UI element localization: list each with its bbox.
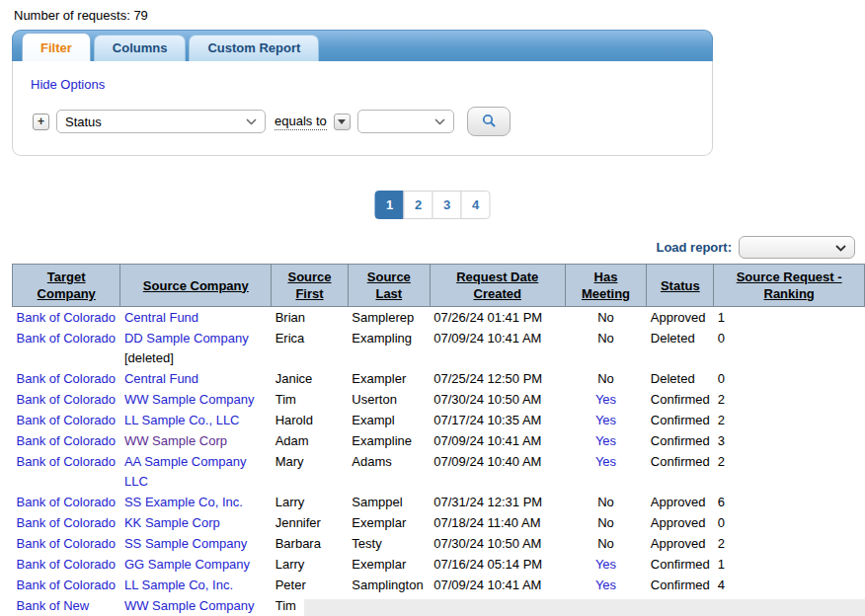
cell-source-company: Central Fund xyxy=(120,368,272,389)
cell-status: Confirmed xyxy=(647,410,714,430)
add-filter-button[interactable]: + xyxy=(33,114,49,130)
cell-source-first: Tim xyxy=(272,389,349,410)
column-header-4[interactable]: Request Date Created xyxy=(430,265,565,307)
target-company-link[interactable]: Bank of Colorado xyxy=(17,578,116,592)
cell-has-meeting: Yes xyxy=(565,554,647,575)
source-company-link[interactable]: DD Sample Company xyxy=(124,331,249,346)
search-button[interactable] xyxy=(467,107,511,136)
table-row: Bank of ColoradoKK Sample CorpJenniferEx… xyxy=(13,512,865,533)
cell-source-last: Adams xyxy=(348,451,430,492)
cell-request-date: 07/31/24 12:31 PM xyxy=(430,492,565,512)
cell-has-meeting: Yes xyxy=(565,410,647,430)
requests-table: Target CompanySource CompanySource First… xyxy=(12,264,865,616)
cell-source-last: Userton xyxy=(348,389,430,410)
cell-ranking: 0 xyxy=(714,512,865,533)
cell-source-company: AA Sample Company LLC xyxy=(120,451,272,492)
cell-source-first: Janice xyxy=(272,368,349,389)
target-company-link[interactable]: Bank of Colorado xyxy=(17,515,116,530)
source-company-link[interactable]: Central Fund xyxy=(124,371,198,386)
pagination-page-1[interactable]: 1 xyxy=(375,191,405,219)
cell-status: Approved xyxy=(647,512,714,533)
has-meeting-link[interactable]: Yes xyxy=(595,413,616,427)
source-company-link[interactable]: WW Sample Company xyxy=(124,598,254,613)
target-company-link[interactable]: Bank of New Mexico xyxy=(17,598,90,616)
target-company-link[interactable]: Bank of Colorado xyxy=(17,331,116,346)
cell-request-date: 07/09/24 10:41 AM xyxy=(430,328,565,368)
source-company-link[interactable]: LL Sample Co., LLC xyxy=(124,413,240,427)
target-company-link[interactable]: Bank of Colorado xyxy=(17,433,116,448)
cell-source-first: Barbara xyxy=(272,533,349,554)
has-meeting-link[interactable]: Yes xyxy=(595,454,616,469)
column-header-label: Source First xyxy=(287,270,331,301)
target-company-link[interactable]: Bank of Colorado xyxy=(17,392,116,407)
target-company-link[interactable]: Bank of Colorado xyxy=(17,454,116,469)
requests-count-label: Number of requests: 79 xyxy=(14,8,148,23)
cell-status: Approved xyxy=(647,307,714,329)
hide-options-link[interactable]: Hide Options xyxy=(31,77,105,92)
source-company-link[interactable]: Central Fund xyxy=(124,310,198,325)
filter-panel-body: Hide Options + Status equals to xyxy=(12,61,713,156)
pagination-page-3[interactable]: 3 xyxy=(432,191,462,219)
column-header-7[interactable]: Source Request - Ranking xyxy=(714,265,865,307)
column-header-2[interactable]: Source First xyxy=(272,265,349,307)
cell-source-company: LL Sample Co, Inc. xyxy=(120,575,272,595)
column-header-5[interactable]: Has Meeting xyxy=(565,265,647,307)
cell-target-company: Bank of New Mexico xyxy=(13,595,120,616)
target-company-link[interactable]: Bank of Colorado xyxy=(17,557,116,572)
cell-target-company: Bank of Colorado xyxy=(13,492,120,512)
cell-status: Approved xyxy=(647,533,714,554)
has-meeting-link[interactable]: Yes xyxy=(595,578,616,592)
target-company-link[interactable]: Bank of Colorado xyxy=(17,371,116,386)
operator-dropdown-button[interactable] xyxy=(334,114,351,130)
cell-ranking: 3 xyxy=(714,430,865,451)
target-company-link[interactable]: Bank of Colorado xyxy=(17,310,116,325)
source-company-link[interactable]: WW Sample Company xyxy=(124,392,254,407)
cell-request-date: 07/18/24 11:40 AM xyxy=(430,512,565,533)
has-meeting-link[interactable]: Yes xyxy=(595,433,616,448)
table-row: Bank of ColoradoGG Sample CompanyLarryEx… xyxy=(13,554,865,575)
cell-source-last: Exampl xyxy=(348,410,430,430)
cell-source-first: Brian xyxy=(272,307,349,329)
has-meeting-link[interactable]: Yes xyxy=(595,557,616,572)
target-company-link[interactable]: Bank of Colorado xyxy=(17,495,116,509)
cell-source-last: Samppel xyxy=(348,492,430,512)
cell-source-last: Testy xyxy=(348,533,430,554)
cell-ranking: 0 xyxy=(714,328,865,368)
source-company-link[interactable]: KK Sample Corp xyxy=(124,515,220,530)
cell-ranking: 2 xyxy=(714,410,865,430)
source-company-link[interactable]: SS Sample Company xyxy=(124,536,247,551)
cell-source-company: Central Fund xyxy=(120,307,272,329)
column-header-3[interactable]: Source Last xyxy=(348,265,430,307)
source-company-link[interactable]: AA Sample Company LLC xyxy=(124,454,247,489)
cell-status: Confirmed xyxy=(647,389,714,410)
column-header-label: Source Company xyxy=(143,278,249,293)
target-company-link[interactable]: Bank of Colorado xyxy=(17,413,116,427)
source-company-link[interactable]: SS Example Co, Inc. xyxy=(124,495,243,509)
cell-target-company: Bank of Colorado xyxy=(13,533,120,554)
source-company-link[interactable]: LL Sample Co, Inc. xyxy=(124,578,233,592)
chevron-down-icon xyxy=(338,119,346,124)
pagination-page-2[interactable]: 2 xyxy=(404,191,433,219)
tab-custom-report[interactable]: Custom Report xyxy=(189,35,319,61)
cell-source-last: Exemplar xyxy=(348,554,430,575)
source-company-link[interactable]: WW Sample Corp xyxy=(124,433,227,448)
pagination-page-4[interactable]: 4 xyxy=(461,191,491,219)
load-report-select[interactable] xyxy=(739,236,855,259)
has-meeting-link[interactable]: Yes xyxy=(595,392,616,407)
cell-target-company: Bank of Colorado xyxy=(13,430,120,451)
cell-source-first: Mary xyxy=(272,451,349,492)
column-header-label: Source Request - Ranking xyxy=(737,270,842,301)
filter-value-select[interactable] xyxy=(357,110,454,133)
target-company-link[interactable]: Bank of Colorado xyxy=(17,536,116,551)
column-header-6[interactable]: Status xyxy=(647,265,714,307)
cell-has-meeting: Yes xyxy=(565,451,647,492)
tab-columns[interactable]: Columns xyxy=(94,35,187,61)
tab-filter[interactable]: Filter xyxy=(22,33,91,61)
filter-field-select[interactable]: Status xyxy=(56,110,266,133)
column-header-0[interactable]: Target Company xyxy=(13,265,120,307)
column-header-1[interactable]: Source Company xyxy=(120,265,272,307)
source-company-link[interactable]: GG Sample Company xyxy=(124,557,250,572)
filter-row: + Status equals to xyxy=(33,107,511,136)
cell-source-first: Peter xyxy=(272,575,349,595)
cell-source-first: Harold xyxy=(272,410,349,430)
